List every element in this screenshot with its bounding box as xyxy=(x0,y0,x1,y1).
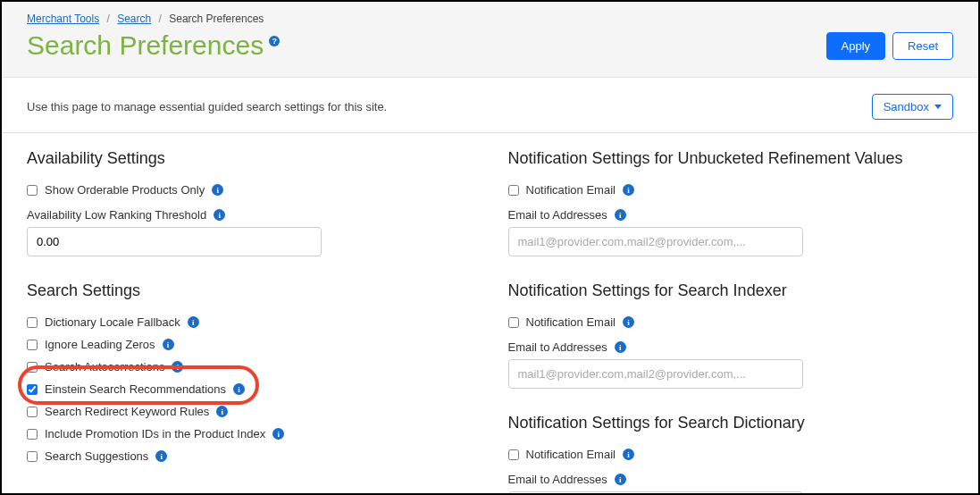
promo-ids-label[interactable]: Include Promotion IDs in the Product Ind… xyxy=(45,427,265,440)
unbucketed-notif-label[interactable]: Notification Email xyxy=(526,183,616,197)
breadcrumb-sep: / xyxy=(159,13,162,25)
dictionary-notification-section: Notification Settings for Search Diction… xyxy=(508,414,954,495)
einstein-recommendations-checkbox[interactable] xyxy=(27,384,38,395)
help-icon[interactable]: ? xyxy=(269,36,280,46)
suggestions-label[interactable]: Search Suggestions xyxy=(45,449,148,463)
info-icon[interactable]: i xyxy=(188,316,199,328)
search-settings-section: Search Settings Dictionary Locale Fallba… xyxy=(27,281,473,467)
dictionary-email-to-label: Email to Addresses xyxy=(508,473,607,486)
breadcrumb-search[interactable]: Search xyxy=(117,13,151,25)
unbucketed-notification-section: Notification Settings for Unbucketed Ref… xyxy=(508,149,954,256)
info-icon[interactable]: i xyxy=(216,406,228,417)
environment-dropdown-label: Sandbox xyxy=(884,100,929,113)
breadcrumb-merchant-tools[interactable]: Merchant Tools xyxy=(27,13,99,25)
reset-button[interactable]: Reset xyxy=(892,32,953,60)
availability-settings-section: Availability Settings Show Orderable Pro… xyxy=(27,149,473,256)
redirect-rules-label[interactable]: Search Redirect Keyword Rules xyxy=(45,405,209,418)
info-icon[interactable]: i xyxy=(212,184,223,196)
breadcrumb: Merchant Tools / Search / Search Prefere… xyxy=(27,13,953,25)
info-icon[interactable]: i xyxy=(163,339,174,350)
info-icon[interactable]: i xyxy=(623,316,634,328)
unbucketed-notif-checkbox[interactable] xyxy=(508,185,519,196)
apply-button[interactable]: Apply xyxy=(826,32,886,60)
info-icon[interactable]: i xyxy=(272,428,284,440)
indexer-email-input[interactable] xyxy=(508,359,803,389)
show-orderable-label[interactable]: Show Orderable Products Only xyxy=(45,183,205,197)
unbucketed-email-input[interactable] xyxy=(508,227,803,256)
chevron-down-icon xyxy=(934,105,942,109)
unbucketed-heading: Notification Settings for Unbucketed Ref… xyxy=(508,149,954,168)
breadcrumb-sep: / xyxy=(107,13,110,25)
intro-text: Use this page to manage essential guided… xyxy=(27,100,387,113)
ignore-zeros-label[interactable]: Ignore Leading Zeros xyxy=(45,338,155,351)
autocorrect-checkbox[interactable] xyxy=(27,362,38,373)
info-icon[interactable]: i xyxy=(623,449,634,460)
availability-settings-heading: Availability Settings xyxy=(27,149,473,168)
unbucketed-email-to-label: Email to Addresses xyxy=(508,208,607,222)
indexer-email-to-label: Email to Addresses xyxy=(508,340,607,354)
info-icon[interactable]: i xyxy=(615,474,626,485)
autocorrect-label[interactable]: Search Autocorrections xyxy=(45,360,164,373)
indexer-notif-checkbox[interactable] xyxy=(508,317,519,328)
low-ranking-threshold-input[interactable] xyxy=(27,227,322,256)
einstein-recommendations-label[interactable]: Einstein Search Recommendations xyxy=(45,382,226,396)
info-icon[interactable]: i xyxy=(615,209,626,221)
dictionary-notif-label[interactable]: Notification Email xyxy=(526,448,616,461)
promo-ids-checkbox[interactable] xyxy=(27,429,38,440)
info-icon[interactable]: i xyxy=(155,450,167,462)
page-title-text: Search Preferences xyxy=(27,30,264,61)
search-settings-heading: Search Settings xyxy=(27,281,473,300)
info-icon[interactable]: i xyxy=(623,184,634,196)
suggestions-checkbox[interactable] xyxy=(27,451,38,462)
redirect-rules-checkbox[interactable] xyxy=(27,407,38,417)
show-orderable-checkbox[interactable] xyxy=(27,185,38,196)
indexer-notif-label[interactable]: Notification Email xyxy=(526,315,616,329)
dict-fallback-checkbox[interactable] xyxy=(27,317,38,328)
info-icon[interactable]: i xyxy=(214,209,225,221)
indexer-heading: Notification Settings for Search Indexer xyxy=(508,281,954,300)
breadcrumb-current: Search Preferences xyxy=(169,13,264,25)
info-icon[interactable]: i xyxy=(233,383,245,395)
dictionary-notif-checkbox[interactable] xyxy=(508,449,519,460)
dictionary-heading: Notification Settings for Search Diction… xyxy=(508,414,954,432)
info-icon[interactable]: i xyxy=(172,361,183,373)
dict-fallback-label[interactable]: Dictionary Locale Fallback xyxy=(45,315,180,329)
ignore-zeros-checkbox[interactable] xyxy=(27,340,38,350)
info-icon[interactable]: i xyxy=(615,341,626,353)
indexer-notification-section: Notification Settings for Search Indexer… xyxy=(508,281,954,389)
page-title: Search Preferences ? xyxy=(27,30,280,61)
environment-dropdown[interactable]: Sandbox xyxy=(872,94,953,120)
dictionary-email-input[interactable] xyxy=(508,491,803,495)
low-ranking-threshold-label: Availability Low Ranking Threshold xyxy=(27,208,206,222)
